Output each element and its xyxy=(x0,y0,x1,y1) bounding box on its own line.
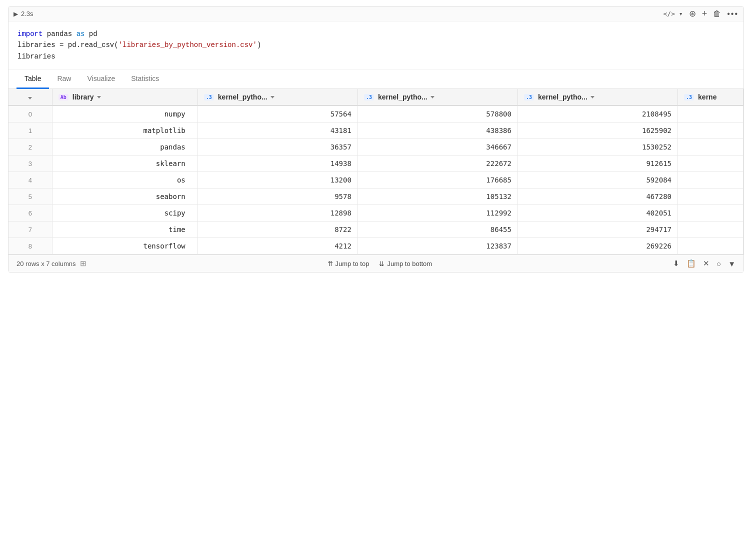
keyword-import: import xyxy=(18,30,42,38)
cell-index: 7 xyxy=(8,222,52,238)
col-header-library[interactable]: Ab library xyxy=(52,89,198,106)
add-cell-icon[interactable]: + xyxy=(702,8,708,19)
col-label-kernel4-partial: kerne xyxy=(698,93,716,101)
clipboard-icon[interactable]: 📋 xyxy=(686,259,696,268)
cell-col4-partial xyxy=(678,156,744,172)
cell-library: time xyxy=(52,222,198,238)
download-icon[interactable]: ⬇ xyxy=(673,259,680,268)
col-type-ab: Ab xyxy=(58,94,68,100)
col-type-3-2: .3 xyxy=(364,94,374,100)
jump-top-label: Jump to top xyxy=(336,260,370,268)
cell-col3: 2108495 xyxy=(518,106,678,122)
col-label-kernel1: kernel_pytho... xyxy=(218,93,268,101)
cell-col3: 592084 xyxy=(518,172,678,188)
cell-col1: 36357 xyxy=(198,139,358,156)
col-sort-icon-kernel1 xyxy=(270,96,274,98)
table-body: 0numpy5756457880021084951matplotlib43181… xyxy=(8,106,744,254)
table-row: 7time872286455294717 xyxy=(8,222,744,238)
cell-col4-partial xyxy=(678,222,744,238)
cell-col4-partial xyxy=(678,139,744,156)
row-col-info: 20 rows x 7 columns xyxy=(16,260,76,268)
col-header-kernel4-partial[interactable]: .3 kerne xyxy=(678,89,744,106)
cell-index: 4 xyxy=(8,172,52,188)
code-line-1: import pandas as pd xyxy=(18,28,734,40)
cell-col2: 112992 xyxy=(358,205,518,222)
tab-table[interactable]: Table xyxy=(16,70,49,89)
jump-bottom-button[interactable]: ⇊ Jump to bottom xyxy=(379,260,432,268)
table-row: 0numpy575645788002108495 xyxy=(8,106,744,122)
table-header-row: Ab library .3 kernel_pytho... xyxy=(8,89,744,106)
col-sort-icon-kernel3 xyxy=(590,96,594,98)
cell-col4-partial xyxy=(678,172,744,188)
table-row: 2pandas363573466671530252 xyxy=(8,139,744,156)
cell-library: seaborn xyxy=(52,188,198,205)
col-label-kernel3: kernel_pytho... xyxy=(538,93,588,101)
cell-library: pandas xyxy=(52,139,198,156)
run-icon[interactable]: ▶ xyxy=(14,10,18,18)
close-x-icon[interactable]: ✕ xyxy=(703,259,710,268)
cell-col3: 1530252 xyxy=(518,139,678,156)
cell-library: numpy xyxy=(52,106,198,122)
cell-index: 2 xyxy=(8,139,52,156)
cell-toolbar: ▶ 2.3s </> ▾ ⊛ + 🗑 ••• xyxy=(8,6,744,22)
cell-col2: 86455 xyxy=(358,222,518,238)
more-options-icon[interactable]: ••• xyxy=(727,10,738,18)
table-row: 5seaborn9578105132467280 xyxy=(8,188,744,205)
jump-top-button[interactable]: ⇈ Jump to top xyxy=(328,260,370,268)
col-type-3-3: .3 xyxy=(524,94,534,100)
cell-library: os xyxy=(52,172,198,188)
cell-col1: 14938 xyxy=(198,156,358,172)
table-grid-icon: ⊞ xyxy=(80,259,86,268)
kernel-icon[interactable]: ⊛ xyxy=(689,8,696,19)
cell-col3: 269226 xyxy=(518,238,678,254)
tab-statistics[interactable]: Statistics xyxy=(123,70,167,89)
cell-col4-partial xyxy=(678,238,744,254)
col-type-3-4: .3 xyxy=(684,94,694,100)
col-header-kernel1[interactable]: .3 kernel_pytho... xyxy=(198,89,358,106)
keyword-as: as xyxy=(76,30,85,38)
table-row: 6scipy12898112992402051 xyxy=(8,205,744,222)
run-time: 2.3s xyxy=(21,10,34,18)
col-header-kernel3[interactable]: .3 kernel_pytho... xyxy=(518,89,678,106)
code-line-3: libraries xyxy=(18,51,734,62)
data-table-container[interactable]: Ab library .3 kernel_pytho... xyxy=(8,89,744,254)
cell-library: scipy xyxy=(52,205,198,222)
cell-col3: 467280 xyxy=(518,188,678,205)
output-tabs: Table Raw Visualize Statistics xyxy=(8,70,744,89)
cell-col1: 43181 xyxy=(198,122,358,139)
tab-raw[interactable]: Raw xyxy=(49,70,79,89)
col-header-kernel2[interactable]: .3 kernel_pytho... xyxy=(358,89,518,106)
cell-col4-partial xyxy=(678,205,744,222)
table-row: 3sklearn14938222672912615 xyxy=(8,156,744,172)
jump-top-icon: ⇈ xyxy=(328,260,333,268)
jump-bottom-icon: ⇊ xyxy=(379,260,384,268)
filter-icon[interactable]: ▼ xyxy=(728,260,736,268)
cell-library: tensorflow xyxy=(52,238,198,254)
col-header-index[interactable] xyxy=(8,89,52,106)
cell-col2: 123837 xyxy=(358,238,518,254)
delete-cell-icon[interactable]: 🗑 xyxy=(713,10,721,18)
col-type-3-1: .3 xyxy=(204,94,214,100)
data-table: Ab library .3 kernel_pytho... xyxy=(8,89,744,254)
tab-visualize[interactable]: Visualize xyxy=(79,70,123,89)
cell-col1: 57564 xyxy=(198,106,358,122)
cell-col4-partial xyxy=(678,106,744,122)
cell-col1: 8722 xyxy=(198,222,358,238)
cell-index: 0 xyxy=(8,106,52,122)
cell-library: matplotlib xyxy=(52,122,198,139)
cell-actions: </> ▾ ⊛ + 🗑 ••• xyxy=(664,8,738,19)
cell-index: 1 xyxy=(8,122,52,139)
cell-col4-partial xyxy=(678,122,744,139)
cell-output: Table Raw Visualize Statistics Ab libr xyxy=(8,69,744,272)
cell-col2: 438386 xyxy=(358,122,518,139)
search-icon[interactable]: ○ xyxy=(716,260,721,268)
code-view-icon[interactable]: </> ▾ xyxy=(664,10,683,18)
footer-left: 20 rows x 7 columns ⊞ xyxy=(16,259,86,268)
table-row: 4os13200176685592084 xyxy=(8,172,744,188)
cell-col4-partial xyxy=(678,188,744,205)
col-sort-icon-library xyxy=(97,96,101,98)
cell-col3: 1625902 xyxy=(518,122,678,139)
code-line-2: libraries = pd.read_csv('libraries_by_py… xyxy=(18,40,734,50)
notebook-cell: ▶ 2.3s </> ▾ ⊛ + 🗑 ••• import pandas as … xyxy=(8,6,744,272)
code-editor[interactable]: import pandas as pd libraries = pd.read_… xyxy=(8,22,744,69)
